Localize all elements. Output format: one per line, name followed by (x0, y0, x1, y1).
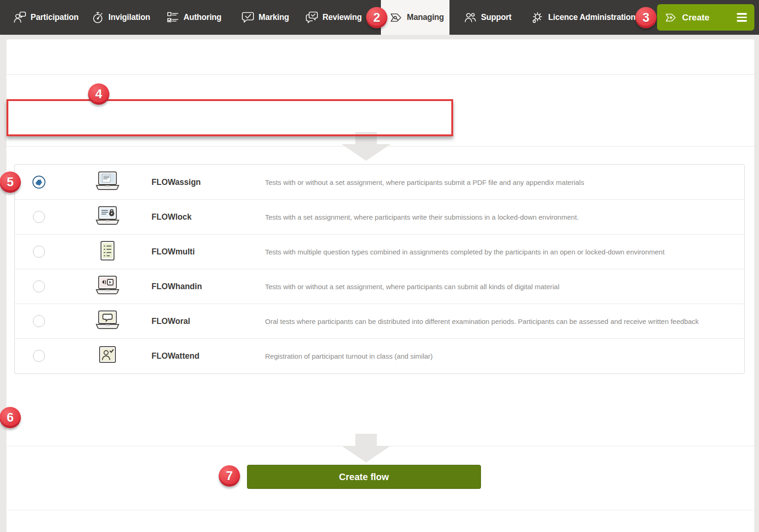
nav-item-support[interactable]: Support (463, 0, 512, 35)
flowmulti-icon (95, 241, 120, 263)
nav-item-label: Participation (31, 13, 78, 22)
flow-type-radio[interactable] (33, 315, 45, 327)
flowassign-icon (95, 171, 120, 193)
flow-type-description: Tests with or without a set assignment, … (265, 283, 735, 291)
flow-type-row-flowhandin[interactable]: FLOWhandin Tests with or without a set a… (15, 269, 744, 304)
divider (6, 510, 754, 510)
nav-item-marking[interactable]: Marking (241, 0, 289, 35)
flow-type-row-flowmulti[interactable]: FLOWmulti Tests with multiple question t… (15, 234, 744, 269)
participation-icon (13, 11, 27, 25)
nav-item-label: Managing (407, 13, 444, 22)
flow-type-row-flowlock[interactable]: FLOWlock Tests with a set assignment, wh… (15, 199, 744, 234)
nav-item-invigilation[interactable]: Invigilation (91, 0, 150, 35)
create-flow-icon (664, 11, 677, 24)
flow-type-radio-selected[interactable] (33, 176, 45, 188)
flow-type-radio[interactable] (33, 246, 45, 258)
annotation-badge-3: 3 (635, 7, 657, 28)
annotation-badge-6: 6 (0, 407, 21, 428)
authoring-icon (166, 11, 180, 25)
nav-item-label: Invigilation (108, 13, 150, 22)
flowworal-icon (95, 310, 120, 332)
nav-item-label: Authoring (183, 13, 221, 22)
flow-type-name: FLOWmulti (152, 247, 195, 257)
flow-type-description: Oral tests where participants can be dis… (265, 317, 735, 325)
flow-type-radio[interactable] (33, 211, 45, 223)
flow-type-row-flowattend[interactable]: FLOWattend Registration of participant t… (15, 338, 744, 373)
create-flow-button[interactable]: Create flow (247, 465, 481, 489)
annotation-badge-2: 2 (366, 7, 387, 28)
flow-type-radio[interactable] (33, 280, 45, 292)
flowlock-icon (95, 206, 120, 228)
licence-administration-icon (531, 11, 544, 25)
nav-item-participation[interactable]: Participation (13, 0, 78, 35)
nav-item-reviewing[interactable]: Reviewing (305, 0, 362, 35)
flow-type-name: FLOWlock (152, 212, 192, 222)
flow-type-description: Registration of participant turnout in c… (265, 352, 735, 360)
flow-type-name: FLOWassign (152, 177, 201, 187)
flowhandin-icon (95, 275, 120, 298)
divider (6, 74, 754, 75)
nav-item-label: Licence Administration (548, 13, 635, 22)
nav-item-label: Support (481, 13, 512, 22)
create-button-label: Create (682, 13, 709, 23)
nav-item-licence-administration[interactable]: Licence Administration (531, 0, 635, 35)
hamburger-icon[interactable] (737, 13, 747, 22)
flow-type-name: FLOWhandin (152, 282, 202, 291)
create-flow-button-label: Create flow (339, 472, 389, 482)
marking-icon (241, 11, 255, 25)
invigilation-icon (91, 11, 105, 25)
flow-type-name: FLOWattend (152, 351, 199, 361)
annotation-badge-7: 7 (219, 465, 240, 487)
flow-type-description: Tests with multiple question types combi… (265, 248, 735, 256)
flow-type-row-flowworal[interactable]: FLOWoral Oral tests where participants c… (15, 304, 744, 338)
support-icon (463, 11, 477, 25)
reviewing-icon (305, 11, 319, 25)
flow-type-description: Tests with a set assignment, where parti… (265, 213, 735, 221)
nav-item-label: Reviewing (323, 13, 362, 22)
annotation-badge-4: 4 (88, 83, 109, 105)
create-button[interactable]: Create (657, 4, 754, 31)
nav-item-label: Marking (259, 13, 289, 22)
flow-type-radio[interactable] (33, 350, 45, 362)
page: Participation Invigilation Authoring Mar… (0, 0, 759, 532)
flow-type-name: FLOWoral (152, 317, 190, 326)
flow-type-row-flowassign[interactable]: FLOWassign Tests with or without a set a… (15, 165, 744, 199)
flow-type-list: FLOWassign Tests with or without a set a… (14, 164, 745, 374)
nav-item-authoring[interactable]: Authoring (166, 0, 221, 35)
flowattend-icon (95, 345, 120, 367)
nav-item-managing[interactable]: Managing (381, 0, 449, 35)
managing-icon (389, 11, 403, 25)
flow-type-description: Tests with or without a set assignment, … (265, 178, 735, 186)
annotation-badge-5: 5 (0, 171, 21, 193)
